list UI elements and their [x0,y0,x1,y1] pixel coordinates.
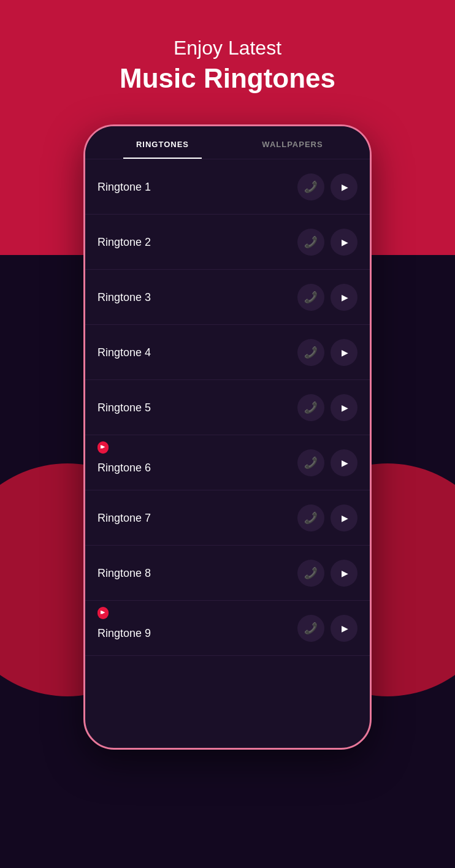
phone-wrapper: RINGTONES WALLPAPERS Ringtone 1📞▶Rington… [0,124,455,750]
play-button-2[interactable]: ▶ [331,229,358,256]
play-button-5[interactable]: ▶ [331,394,358,421]
ringtone-name-1: Ringtone 1 [98,180,297,194]
set-ringtone-button-8[interactable]: 📞 [297,560,324,587]
set-ringtone-button-9[interactable]: 📞 [297,615,324,642]
play-button-4[interactable]: ▶ [331,339,358,366]
playing-indicator-9 [98,607,109,618]
header-subtitle: Enjoy Latest [0,37,455,59]
header-title: Music Ringtones [0,63,455,94]
header: Enjoy Latest Music Ringtones [0,0,455,112]
tab-bar: RINGTONES WALLPAPERS [85,126,370,159]
ringtone-item-6: Ringtone 6📞▶ [85,435,370,490]
set-ringtone-button-6[interactable]: 📞 [297,449,324,476]
play-button-7[interactable]: ▶ [331,504,358,531]
playing-indicator-6 [98,441,109,452]
set-ringtone-button-7[interactable]: 📞 [297,504,324,531]
ringtone-name-2: Ringtone 2 [98,235,297,249]
ringtone-name-3: Ringtone 3 [98,290,297,304]
ringtone-item-7: Ringtone 7📞▶ [85,490,370,546]
ringtone-list: Ringtone 1📞▶Ringtone 2📞▶Ringtone 3📞▶Ring… [85,159,370,656]
tab-wallpapers[interactable]: WALLPAPERS [228,126,358,159]
ringtone-name-8: Ringtone 8 [98,566,297,580]
play-button-8[interactable]: ▶ [331,560,358,587]
ringtone-item-1: Ringtone 1📞▶ [85,159,370,215]
phone-frame: RINGTONES WALLPAPERS Ringtone 1📞▶Rington… [83,124,372,750]
ringtone-name-5: Ringtone 5 [98,400,297,414]
set-ringtone-button-3[interactable]: 📞 [297,284,324,311]
ringtone-item-2: Ringtone 2📞▶ [85,215,370,270]
set-ringtone-button-2[interactable]: 📞 [297,229,324,256]
ringtone-name-9: Ringtone 9 [98,616,297,640]
ringtone-item-9: Ringtone 9📞▶ [85,601,370,656]
set-ringtone-button-1[interactable]: 📞 [297,173,324,200]
play-button-6[interactable]: ▶ [331,449,358,476]
tab-ringtones[interactable]: RINGTONES [98,126,228,159]
ringtone-item-3: Ringtone 3📞▶ [85,270,370,325]
play-button-3[interactable]: ▶ [331,284,358,311]
set-ringtone-button-5[interactable]: 📞 [297,394,324,421]
ringtone-name-4: Ringtone 4 [98,345,297,359]
play-button-9[interactable]: ▶ [331,615,358,642]
play-button-1[interactable]: ▶ [331,173,358,200]
ringtone-name-6: Ringtone 6 [98,451,297,474]
ringtone-item-5: Ringtone 5📞▶ [85,380,370,435]
ringtone-name-7: Ringtone 7 [98,511,297,525]
ringtone-item-4: Ringtone 4📞▶ [85,325,370,380]
ringtone-item-8: Ringtone 8📞▶ [85,546,370,601]
set-ringtone-button-4[interactable]: 📞 [297,339,324,366]
